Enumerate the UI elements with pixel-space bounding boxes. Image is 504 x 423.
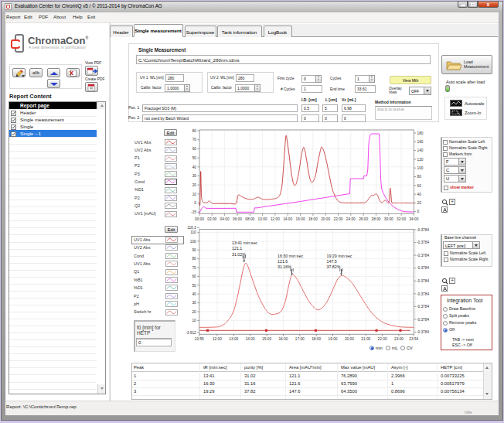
svg-text:12:00: 12:00 bbox=[213, 337, 222, 341]
svg-text:10:55: 10:55 bbox=[195, 337, 204, 341]
svg-text:31.16%: 31.16% bbox=[278, 264, 291, 269]
svg-text:147.5: 147.5 bbox=[327, 259, 337, 264]
svg-text:90: 90 bbox=[192, 248, 196, 252]
svg-text:70: 70 bbox=[192, 138, 197, 142]
svg-text:100: 100 bbox=[417, 166, 424, 170]
svg-text:140: 140 bbox=[417, 148, 424, 152]
svg-text:20:00: 20:00 bbox=[321, 217, 330, 221]
svg-text:10:00: 10:00 bbox=[258, 217, 267, 221]
svg-text:-3.912: -3.912 bbox=[186, 331, 196, 335]
svg-text:14:00: 14:00 bbox=[246, 337, 255, 341]
svg-text:30:00: 30:00 bbox=[384, 217, 393, 221]
svg-text:40: 40 bbox=[417, 193, 422, 196]
svg-text:34:00: 34:00 bbox=[409, 217, 418, 221]
svg-text:17:00: 17:00 bbox=[295, 337, 305, 341]
svg-text:18:00: 18:00 bbox=[312, 337, 321, 341]
svg-text:60: 60 bbox=[417, 184, 422, 188]
svg-text:0: 0 bbox=[194, 201, 196, 205]
svg-text:00:00: 00:00 bbox=[195, 217, 204, 221]
svg-text:-0.3784: -0.3784 bbox=[417, 318, 430, 322]
svg-text:120: 120 bbox=[417, 158, 424, 162]
svg-text:10: 10 bbox=[192, 193, 197, 196]
svg-text:110: 110 bbox=[190, 230, 196, 234]
svg-text:80: 80 bbox=[417, 175, 422, 179]
svg-text:60: 60 bbox=[192, 275, 196, 278]
svg-text:24:00: 24:00 bbox=[346, 217, 356, 221]
svg-text:-0.3784: -0.3784 bbox=[417, 292, 430, 296]
svg-text:13:00: 13:00 bbox=[229, 337, 238, 341]
svg-text:23:00: 23:00 bbox=[394, 337, 404, 341]
svg-text:-0.3784: -0.3784 bbox=[417, 240, 430, 244]
svg-text:121.6: 121.6 bbox=[278, 259, 288, 264]
svg-text:-15: -15 bbox=[191, 210, 196, 214]
svg-text:20: 20 bbox=[192, 310, 196, 314]
svg-text:180: 180 bbox=[417, 131, 424, 135]
svg-text:26:00: 26:00 bbox=[359, 217, 368, 221]
svg-text:21:00: 21:00 bbox=[361, 337, 370, 341]
svg-text:40: 40 bbox=[192, 165, 197, 169]
svg-text:80: 80 bbox=[192, 129, 197, 133]
svg-text:-0.3784: -0.3784 bbox=[417, 305, 430, 309]
svg-text:116.3: 116.3 bbox=[187, 226, 196, 230]
svg-text:31.02%: 31.02% bbox=[232, 252, 246, 257]
svg-text:18:00: 18:00 bbox=[308, 217, 318, 221]
svg-text:121.1: 121.1 bbox=[232, 246, 242, 251]
svg-text:16:30 min:sec: 16:30 min:sec bbox=[278, 254, 303, 258]
svg-text:15:00: 15:00 bbox=[262, 337, 271, 341]
svg-text:16:00: 16:00 bbox=[278, 337, 288, 341]
svg-text:19:00: 19:00 bbox=[328, 337, 337, 341]
svg-text:22:00: 22:00 bbox=[378, 337, 387, 341]
svg-text:08:00: 08:00 bbox=[245, 217, 254, 221]
svg-text:30: 30 bbox=[192, 301, 196, 305]
svg-text:70: 70 bbox=[192, 266, 196, 270]
svg-text:12:00: 12:00 bbox=[271, 217, 280, 221]
svg-text:16:00: 16:00 bbox=[296, 217, 305, 221]
svg-text:0: 0 bbox=[417, 210, 420, 213]
svg-text:-0.3784: -0.3784 bbox=[417, 330, 430, 334]
svg-text:20: 20 bbox=[417, 201, 422, 205]
svg-text:80: 80 bbox=[192, 257, 196, 261]
svg-text:10: 10 bbox=[192, 319, 196, 322]
svg-text:28:00: 28:00 bbox=[371, 217, 380, 221]
svg-text:20: 20 bbox=[192, 183, 197, 187]
svg-text:13:41 min:sec: 13:41 min:sec bbox=[232, 240, 257, 245]
svg-text:-0.3784: -0.3784 bbox=[417, 228, 430, 232]
svg-text:14:00: 14:00 bbox=[283, 217, 292, 221]
svg-text:-0.3784: -0.3784 bbox=[417, 254, 430, 258]
svg-text:60: 60 bbox=[192, 147, 197, 151]
svg-text:160: 160 bbox=[417, 140, 424, 144]
svg-text:19:29 min:sec: 19:29 min:sec bbox=[327, 254, 352, 258]
svg-text:100: 100 bbox=[190, 240, 196, 244]
svg-text:-0.3784: -0.3784 bbox=[417, 279, 430, 283]
svg-text:50: 50 bbox=[192, 284, 196, 288]
svg-text:20:00: 20:00 bbox=[345, 337, 354, 341]
svg-text:30: 30 bbox=[192, 174, 197, 178]
svg-text:50: 50 bbox=[192, 156, 197, 160]
svg-text:06:00: 06:00 bbox=[233, 217, 242, 221]
svg-text:02:00: 02:00 bbox=[207, 217, 216, 221]
svg-text:37.82%: 37.82% bbox=[327, 264, 341, 269]
svg-text:32:00: 32:00 bbox=[397, 217, 406, 221]
svg-text:23:54: 23:54 bbox=[409, 337, 418, 341]
svg-text:40: 40 bbox=[192, 292, 196, 296]
svg-text:04:00: 04:00 bbox=[220, 217, 230, 221]
svg-text:-0.3784: -0.3784 bbox=[417, 266, 430, 270]
svg-text:22:00: 22:00 bbox=[333, 217, 342, 221]
